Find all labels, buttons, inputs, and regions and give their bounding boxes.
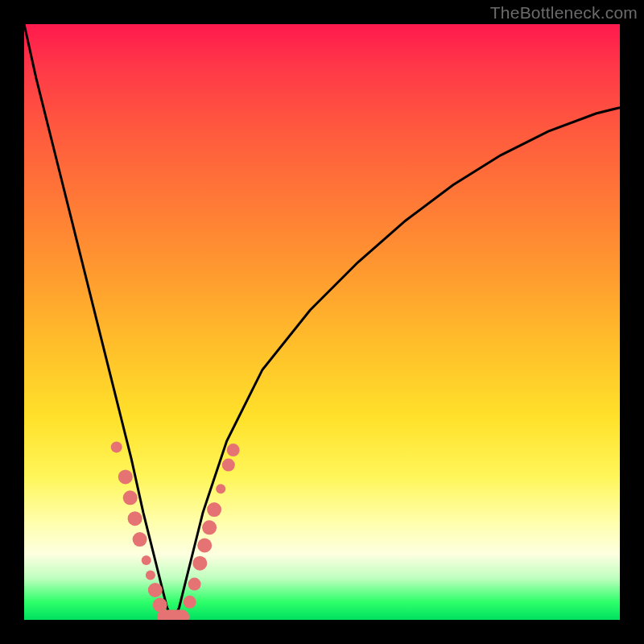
curve-marker (192, 556, 207, 571)
bottleneck-curve (24, 24, 620, 620)
curve-marker (128, 511, 142, 526)
curve-markers (111, 441, 240, 620)
curve-marker (202, 520, 217, 535)
curve-marker (216, 484, 225, 493)
watermark-text: TheBottleneck.com (490, 3, 638, 23)
curve-marker (197, 539, 212, 553)
curve-marker (188, 578, 201, 591)
curve-marker (148, 583, 163, 597)
curve-marker (222, 459, 235, 472)
curve-svg (24, 24, 620, 620)
curve-marker (123, 490, 138, 505)
curve-marker (227, 444, 240, 456)
curve-marker (142, 555, 151, 565)
curve-marker (111, 441, 122, 452)
curve-marker (133, 532, 147, 547)
plot-area (24, 24, 620, 620)
curve-marker (184, 596, 196, 609)
curve-marker (207, 502, 221, 517)
chart-frame: TheBottleneck.com (0, 0, 644, 644)
curve-marker (118, 469, 133, 484)
curve-marker (146, 571, 155, 580)
